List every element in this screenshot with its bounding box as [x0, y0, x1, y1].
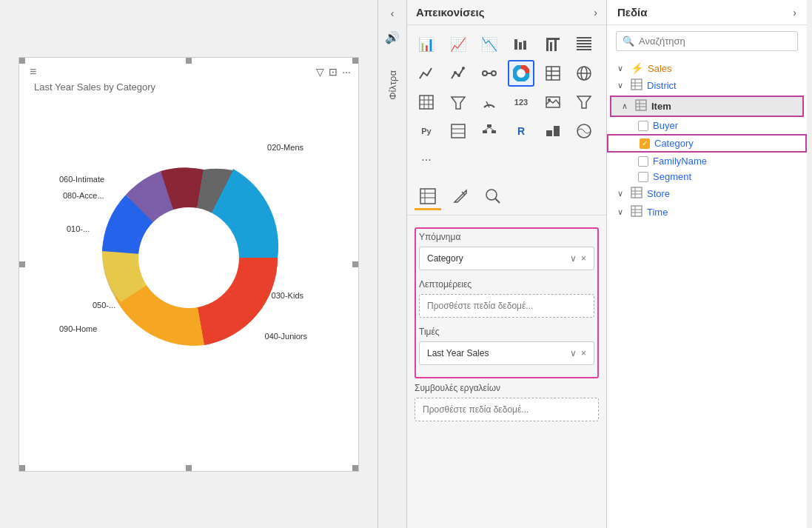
resize-handle-br[interactable] [352, 465, 358, 471]
resize-handle-tl[interactable] [19, 58, 25, 64]
viz-fields-area: Υπόμνημα Category ∨ × Λεπτομέρειες Προσθ… [407, 215, 606, 528]
fields-search-box: 🔍 [616, 31, 798, 51]
collapse-arrow[interactable]: ‹ [391, 7, 395, 19]
chevron-down-icon2[interactable]: ∨ [570, 348, 577, 358]
svg-rect-6 [554, 39, 557, 51]
tree-item-store[interactable]: ∨ Store [607, 184, 807, 203]
details-field[interactable]: Προσθέστε πεδία δεδομέ... [419, 294, 594, 318]
tree-item-buyer[interactable]: Buyer [607, 118, 807, 133]
svg-rect-2 [523, 41, 526, 50]
tree-item-sales[interactable]: ∨ ⚡ Sales [607, 60, 807, 76]
toggle-time[interactable]: ∨ [617, 207, 626, 217]
svg-line-53 [495, 198, 500, 203]
resize-handle-ml[interactable] [19, 261, 25, 267]
resize-handle-tm[interactable] [186, 58, 192, 64]
tree-item-familyname[interactable]: FamilyName [607, 153, 807, 169]
sales-label: Sales [648, 63, 672, 74]
viz-icon-decomp[interactable] [476, 118, 503, 144]
focus-icon[interactable]: ⊡ [329, 66, 338, 78]
viz-icon-gauge[interactable] [476, 89, 503, 116]
viz-icon-matrix[interactable] [413, 89, 440, 116]
remove-field-icon[interactable]: × [581, 253, 586, 264]
viz-icon-py[interactable]: Py [413, 118, 440, 144]
checkbox-familyname[interactable] [638, 156, 648, 167]
more-icon[interactable]: ··· [342, 66, 351, 78]
svg-point-35 [548, 98, 551, 101]
pink-border-box: Υπόμνημα Category ∨ × Λεπτομέρειες Προσθ… [415, 227, 599, 378]
viz-icon-line[interactable]: 📉 [476, 31, 503, 58]
fields-arrow[interactable]: › [793, 7, 796, 19]
tab-format[interactable] [447, 184, 474, 210]
viz-icon-table[interactable] [540, 60, 566, 87]
tree-item-segment[interactable]: Segment [607, 169, 807, 184]
resize-handle-bm[interactable] [186, 465, 192, 471]
tab-analytics[interactable] [480, 184, 506, 210]
viz-icon-globe[interactable] [571, 60, 597, 87]
viz-icon-globe2[interactable] [571, 118, 597, 144]
svg-rect-62 [631, 187, 642, 198]
toggle-item[interactable]: ∧ [622, 101, 631, 111]
toggle-sales[interactable]: ∨ [617, 64, 626, 73]
toggle-store[interactable]: ∨ [617, 189, 626, 198]
values-field[interactable]: Last Year Sales ∨ × [419, 341, 594, 365]
viz-icon-funnel[interactable] [445, 89, 472, 116]
speaker-icon[interactable]: 🔊 [385, 30, 400, 44]
district-label: District [647, 80, 677, 91]
viz-icon-waterfall[interactable] [476, 60, 503, 87]
values-section: Τιμές Last Year Sales ∨ × [419, 327, 594, 365]
fields-header: Πεδία › [607, 0, 807, 25]
viz-icon-R[interactable]: R [508, 118, 534, 144]
checkbox-segment[interactable] [638, 172, 648, 182]
details-section: Λεπτομέρειες Προσθέστε πεδία δεδομέ... [419, 279, 594, 318]
viz-icon-more[interactable]: ··· [413, 147, 440, 173]
viz-icon-123[interactable]: 123 [508, 89, 534, 116]
tree-item-time[interactable]: ∨ Time [607, 203, 807, 221]
tree-item-district[interactable]: ∨ District [607, 76, 807, 95]
tree-item-item[interactable]: ∧ Item [610, 96, 804, 117]
viz-icon-donut[interactable] [508, 60, 534, 87]
svg-point-15 [483, 71, 487, 76]
legend-field[interactable]: Category ∨ × [419, 247, 594, 270]
viz-icon-grid2[interactable] [445, 118, 472, 144]
time-label: Time [647, 207, 668, 218]
resize-handle-bl[interactable] [19, 465, 25, 471]
viz-arrow[interactable]: › [594, 7, 597, 19]
svg-rect-20 [546, 67, 560, 80]
chart-panel: ≡ ▽ ⊡ ··· Last Year Sales by Category [0, 0, 378, 528]
remove-value-icon[interactable]: × [581, 348, 586, 358]
checkbox-category[interactable]: ✓ [640, 138, 650, 149]
segment-label: Segment [653, 171, 691, 182]
viz-icon-column[interactable]: 📈 [445, 31, 472, 58]
svg-point-12 [454, 71, 457, 74]
fields-tree: ∨ ⚡ Sales ∨ District ∧ Item Buyer ✓ [607, 57, 807, 528]
viz-icon-line2[interactable] [413, 60, 440, 87]
resize-handle-tr[interactable] [352, 58, 358, 64]
svg-rect-66 [631, 206, 642, 216]
chart-area: 020-Mens 040-Juniors 050-... 060-Intimat… [27, 98, 351, 417]
chevron-down-icon[interactable]: ∨ [570, 253, 577, 264]
svg-rect-4 [546, 38, 548, 51]
resize-handle-mr[interactable] [352, 261, 358, 267]
checkbox-buyer[interactable] [638, 121, 648, 131]
search-input[interactable] [639, 36, 791, 47]
toggle-district[interactable]: ∨ [617, 81, 626, 90]
viz-icon-area[interactable] [508, 31, 534, 58]
tree-item-category[interactable]: ✓ Category [607, 134, 807, 153]
details-placeholder: Προσθέστε πεδία δεδομέ... [427, 301, 533, 311]
viz-icon-bar[interactable]: 📊 [413, 31, 440, 58]
viz-icon-combo[interactable] [571, 31, 597, 58]
viz-icon-area2[interactable] [445, 60, 472, 87]
viz-icon-bar2[interactable] [540, 118, 566, 144]
svg-rect-46 [554, 126, 560, 136]
viz-title: Απεικονίσεις [416, 6, 485, 19]
svg-rect-11 [577, 49, 591, 50]
filter-icon[interactable]: ▽ [316, 66, 324, 78]
viz-icon-scatter[interactable] [540, 31, 566, 58]
viz-icon-image[interactable] [540, 89, 566, 116]
search-icon: 🔍 [623, 36, 634, 47]
fields-panel: Πεδία › 🔍 ∨ ⚡ Sales ∨ District ∧ It [607, 0, 807, 528]
viz-icons-grid: 📊 📈 📉 [407, 25, 606, 179]
tab-fields[interactable] [415, 184, 441, 210]
viz-icon-filter[interactable] [571, 89, 597, 116]
tooltips-field[interactable]: Προσθέστε πεδία δεδομέ... [415, 398, 599, 421]
